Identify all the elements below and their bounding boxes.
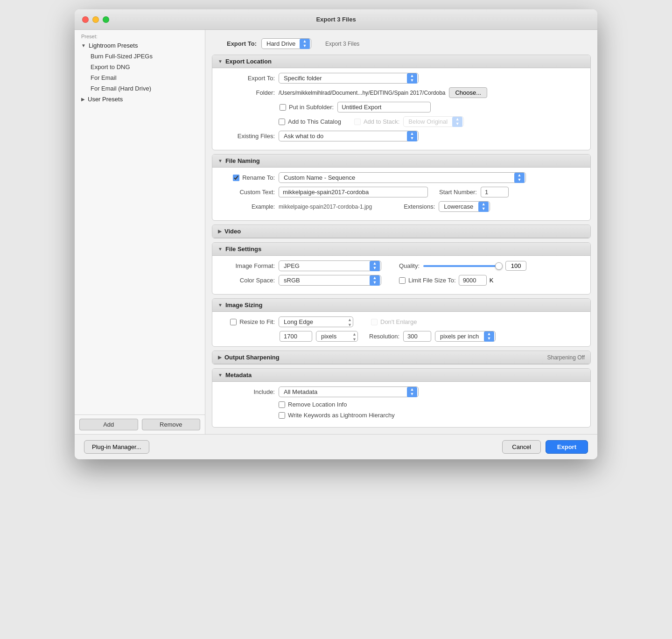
cancel-button[interactable]: Cancel [502,440,540,454]
sidebar-group-user-presets[interactable]: ▶ User Presets [75,94,205,105]
quality-slider[interactable] [423,265,503,267]
image-sizing-header-left: ▼ Image Sizing [218,302,262,309]
plugin-manager-button[interactable]: Plug-in Manager... [84,440,149,454]
resolution-input[interactable] [403,331,431,342]
metadata-title: Metadata [225,372,252,379]
section-image-sizing: ▼ Image Sizing Resize to Fit: Long Edg [212,298,591,347]
rename-to-left: Rename To: [219,174,275,181]
rename-to-select[interactable]: Custom Name - Sequence [279,172,526,183]
example-value: mikkelpaige-spain2017-cordoba-1.jpg [279,204,372,210]
start-number-label: Start Number: [439,189,477,196]
color-space-select[interactable]: sRGB [279,275,381,286]
pixel-unit-select[interactable]: pixels [316,331,358,342]
include-wrapper: All Metadata ▲▼ [279,386,419,397]
folder-row: Folder: /Users/mikkelmihlrad/Document...… [219,87,584,98]
file-naming-header[interactable]: ▼ File Naming [212,154,590,168]
file-settings-body: Image Format: JPEG ▲▼ Quality: 100 [212,256,590,294]
image-sizing-body: Resize to Fit: Long Edge ▲▼ [212,312,590,346]
sidebar-item-for-email[interactable]: For Email [75,72,205,83]
export-location-body: Export To: Specific folder ▲▼ Folder: /U… [212,68,590,150]
sidebar-group-lightroom-presets[interactable]: ▼ Lightroom Presets [75,40,205,51]
pixel-resolution-row: pixels ▲▼ Resolution: pixels per inch [280,331,584,342]
titlebar: Export 3 Files [75,9,597,30]
color-space-row: Color Space: sRGB ▲▼ Limit File Size To:… [219,275,584,286]
image-format-select[interactable]: JPEG [279,260,381,271]
image-sizing-header[interactable]: ▼ Image Sizing [212,299,590,312]
existing-files-row: Existing Files: Ask what to do ▲▼ [219,131,584,141]
remove-location-label: Remove Location Info [288,401,347,408]
pixel-value-input[interactable] [280,331,312,342]
export-location-header-left: ▼ Export Location [218,58,272,65]
start-number-input[interactable] [481,187,509,197]
traffic-lights [82,16,109,23]
video-title: Video [224,228,241,235]
put-in-subfolder-checkbox[interactable] [280,104,286,111]
resize-to-fit-label: Resize to Fit: [239,318,275,325]
video-arrow: ▶ [218,229,222,234]
resize-to-fit-select[interactable]: Long Edge [279,316,353,327]
video-header[interactable]: ▶ Video [212,225,590,238]
close-button[interactable] [82,16,89,23]
add-to-catalog-label: Add to This Catalog [288,118,341,125]
limit-file-size-row: Limit File Size To: K [399,275,493,286]
rename-to-row: Rename To: Custom Name - Sequence ▲▼ [219,172,584,183]
export-location-header[interactable]: ▼ Export Location [212,55,590,68]
quality-slider-container: 100 [423,261,526,271]
footer-right: Cancel Export [502,440,588,454]
write-keywords-label: Write Keywords as Lightroom Hierarchy [288,412,395,419]
remove-button[interactable]: Remove [142,419,201,430]
add-to-stack-row: Add to Stack: [354,118,399,125]
sidebar-item-export-to-dng[interactable]: Export to DNG [75,62,205,72]
remove-location-checkbox[interactable] [279,401,285,408]
metadata-header[interactable]: ▼ Metadata [212,369,590,382]
output-sharpening-status: Sharpening Off [547,354,585,361]
choose-button[interactable]: Choose... [449,87,487,98]
el-export-to-label: Export To: [219,75,275,82]
main-window: Export 3 Files Preset: ▼ Lightroom Prese… [75,9,597,459]
include-select[interactable]: All Metadata [279,386,419,397]
existing-files-select[interactable]: Ask what to do [279,131,419,141]
export-to-top-label: Export To: [215,40,257,47]
file-settings-header-left: ▼ File Settings [218,246,261,253]
resolution-unit-select[interactable]: pixels per inch [435,331,496,342]
limit-file-size-checkbox[interactable] [399,277,406,284]
sidebar-item-for-email-hard-drive[interactable]: For Email (Hard Drive) [75,83,205,94]
resolution-label: Resolution: [369,333,399,340]
export-files-label: Export 3 Files [325,41,359,47]
el-export-to-select[interactable]: Specific folder [279,73,419,84]
minimize-button[interactable] [92,16,99,23]
image-format-row: Image Format: JPEG ▲▼ Quality: 100 [219,260,584,271]
dont-enlarge-checkbox [371,319,378,325]
add-button[interactable]: Add [79,419,138,430]
resize-to-fit-checkbox[interactable] [230,319,237,325]
rename-to-checkbox[interactable] [233,175,239,181]
write-keywords-checkbox[interactable] [279,412,285,419]
rename-to-label: Rename To: [242,174,275,181]
export-button[interactable]: Export [546,440,588,454]
extensions-select[interactable]: Lowercase [439,201,490,212]
output-sharpening-header-left: ▶ Output Sharpening [218,354,280,361]
sidebar-item-burn-full-sized-jpegs[interactable]: Burn Full-Sized JPEGs [75,51,205,62]
output-sharpening-title: Output Sharpening [224,354,280,361]
color-space-label: Color Space: [219,277,275,284]
export-to-select[interactable]: Hard Drive [261,38,311,49]
maximize-button[interactable] [103,16,109,23]
pixel-unit-wrapper: pixels ▲▼ [316,331,358,342]
file-naming-arrow: ▼ [218,158,223,163]
file-naming-body: Rename To: Custom Name - Sequence ▲▼ Cus… [212,168,590,220]
output-sharpening-arrow: ▶ [218,355,222,360]
color-space-wrapper: sRGB ▲▼ [279,275,381,286]
limit-file-size-input[interactable] [459,275,487,286]
resolution-unit-wrapper: pixels per inch ▲▼ [435,331,496,342]
subfolder-input[interactable] [337,102,431,112]
output-sharpening-header[interactable]: ▶ Output Sharpening Sharpening Off [212,351,590,364]
dont-enlarge-label: Don't Enlarge [380,318,417,325]
group-expand-arrow: ▼ [81,43,86,48]
limit-file-size-unit: K [490,277,494,284]
video-header-left: ▶ Video [218,228,241,235]
add-to-catalog-checkbox[interactable] [279,119,285,125]
section-file-settings: ▼ File Settings Image Format: JPEG ▲▼ [212,242,591,295]
export-to-row: Export To: Hard Drive ▲▼ Export 3 Files [205,35,597,53]
custom-text-input[interactable] [279,187,428,197]
file-settings-header[interactable]: ▼ File Settings [212,243,590,256]
